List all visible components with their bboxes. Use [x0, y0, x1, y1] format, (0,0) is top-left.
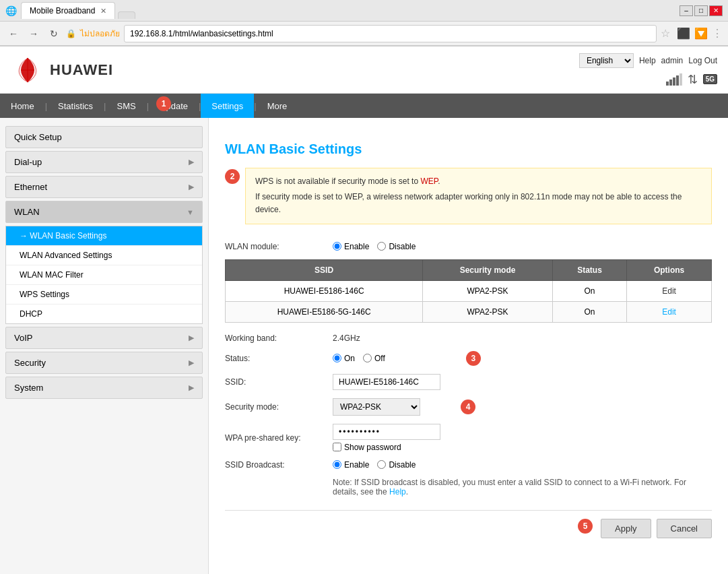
cancel-button[interactable]: Cancel	[657, 519, 712, 538]
extension-icon-2[interactable]: 🔽	[694, 27, 708, 40]
status-label: Status:	[225, 354, 333, 363]
nav-item-home[interactable]: Home	[0, 94, 45, 118]
table-cell-options-2: Edit	[627, 301, 712, 322]
security-mode-row: Security mode: WPA2-PSK WPA-PSK WEP None…	[225, 398, 712, 416]
sidebar-item-voip[interactable]: VoIP ▶	[5, 327, 203, 349]
warning-box: WPS is not available if security mode is…	[245, 168, 712, 224]
signal-icons: ⇅ 5G	[666, 72, 717, 87]
annotation-2: 2	[225, 169, 240, 184]
table-cell-security-1: WPA2-PSK	[423, 280, 553, 301]
warning-line2: If security mode is set to WEP, a wirele…	[255, 191, 702, 216]
wlan-chevron-icon: ▼	[187, 208, 194, 216]
nav-item-statistics[interactable]: Statistics	[47, 94, 104, 118]
sidebar-item-wlan[interactable]: WLAN ▼	[5, 201, 203, 223]
wlan-disable-option[interactable]: Disable	[377, 242, 416, 251]
show-password-label[interactable]: Show password	[333, 443, 440, 452]
browser-icon: 🌐	[5, 5, 17, 16]
annotation-3: 3	[466, 351, 481, 366]
refresh-button[interactable]: ↻	[46, 26, 62, 42]
table-header-ssid: SSID	[226, 259, 423, 280]
forward-button[interactable]: →	[26, 26, 42, 42]
sidebar-item-quick-setup[interactable]: Quick Setup	[5, 126, 203, 148]
sidebar: Quick Setup Dial-up ▶ Ethernet ▶ WLAN ▼ …	[0, 118, 209, 574]
nav-item-settings[interactable]: Settings	[201, 94, 254, 118]
logo: HUAWEI	[11, 57, 113, 84]
active-tab[interactable]: Mobile Broadband ✕	[21, 2, 115, 19]
note-help-link[interactable]: Help	[389, 487, 406, 497]
table-header-status: Status	[552, 259, 626, 280]
address-input[interactable]	[124, 25, 657, 42]
tab-title: Mobile Broadband	[30, 6, 95, 15]
warning-line1: WPS is not available if security mode is…	[255, 175, 702, 188]
admin-label: admin	[661, 56, 684, 65]
logout-link[interactable]: Log Out	[688, 56, 717, 65]
ssid-broadcast-disable-radio[interactable]	[377, 460, 386, 469]
security-mode-label: Security mode:	[225, 402, 333, 412]
nav-menu: Home | Statistics | SMS | Update | Setti…	[0, 94, 728, 118]
maximize-button[interactable]: □	[694, 5, 708, 16]
secure-text: ไม่ปลอดภัย	[80, 27, 120, 40]
language-select[interactable]: English 中文 Français	[579, 53, 634, 68]
security-mode-select[interactable]: WPA2-PSK WPA-PSK WEP None	[333, 398, 420, 416]
wpa-key-input[interactable]	[333, 424, 440, 440]
minimize-button[interactable]: –	[680, 5, 693, 16]
inactive-tab[interactable]	[118, 11, 135, 19]
ssid-broadcast-enable-radio[interactable]	[333, 460, 341, 469]
apply-button[interactable]: Apply	[601, 519, 651, 538]
sidebar-subitem-wps[interactable]: WPS Settings	[6, 285, 202, 305]
back-button[interactable]: ←	[5, 26, 22, 42]
window-controls: – □ ✕	[680, 5, 723, 16]
sidebar-subitem-wlan-basic[interactable]: → WLAN Basic Settings	[6, 226, 202, 246]
sidebar-item-dialup[interactable]: Dial-up ▶	[5, 151, 203, 173]
browser-chrome: 🌐 Mobile Broadband ✕ – □ ✕ ← → ↻ 🔒 ไม่ปล…	[0, 0, 728, 46]
annotation-5: 5	[578, 519, 593, 534]
status-off-option[interactable]: Off	[363, 354, 385, 363]
status-off-radio[interactable]	[363, 354, 372, 362]
nav-item-more[interactable]: More	[257, 94, 298, 118]
ssid-row: SSID:	[225, 374, 712, 390]
table-cell-ssid-1: HUAWEI-E5186-146C	[226, 280, 423, 301]
ssid-broadcast-disable-option[interactable]: Disable	[377, 460, 416, 470]
sidebar-subitem-wlan-mac[interactable]: WLAN MAC Filter	[6, 265, 202, 285]
close-button[interactable]: ✕	[709, 5, 723, 16]
settings-icon[interactable]: ⋮	[712, 27, 723, 40]
working-band-label: Working band:	[225, 333, 333, 343]
dialup-chevron-icon: ▶	[189, 158, 194, 166]
ssid-label: SSID:	[225, 377, 333, 387]
nav-item-sms[interactable]: SMS	[106, 94, 146, 118]
transfer-icon: ⇅	[688, 72, 698, 87]
ssid-broadcast-radio-group: Enable Disable	[333, 460, 416, 470]
wlan-enable-option[interactable]: Enable	[333, 242, 369, 251]
bookmark-icon[interactable]: ☆	[661, 27, 670, 40]
wpa-key-field-group: Show password	[333, 424, 440, 452]
sidebar-item-security[interactable]: Security ▶	[5, 352, 203, 374]
table-row: HUAWEI-E5186-146C WPA2-PSK On Edit	[226, 280, 712, 301]
wlan-enable-radio[interactable]	[333, 242, 341, 251]
sidebar-item-system[interactable]: System ▶	[5, 377, 203, 399]
tab-close-button[interactable]: ✕	[100, 7, 106, 15]
show-password-checkbox[interactable]	[333, 443, 341, 451]
ssid-broadcast-row: SSID Broadcast: Enable Disable	[225, 460, 712, 470]
extension-icon[interactable]: ⬛	[677, 27, 690, 40]
status-on-radio[interactable]	[333, 354, 341, 362]
wpa-key-row: WPA pre-shared key: Show password	[225, 424, 712, 452]
sidebar-item-ethernet[interactable]: Ethernet ▶	[5, 176, 203, 198]
help-link[interactable]: Help	[639, 56, 656, 65]
working-band-value: 2.4GHz	[333, 333, 360, 343]
annotation-4: 4	[461, 400, 475, 414]
status-on-option[interactable]: On	[333, 354, 355, 363]
edit-link-2[interactable]: Edit	[662, 307, 676, 317]
sidebar-subitem-dhcp[interactable]: DHCP	[6, 305, 202, 323]
address-bar: ← → ↻ 🔒 ไม่ปลอดภัย ☆ ⬛ 🔽 ⋮	[0, 22, 728, 46]
note-text: Note: If SSID broadcast is disabled, you…	[333, 478, 712, 497]
table-cell-status-1: On	[552, 280, 626, 301]
annotation-1: 1	[156, 96, 171, 111]
wlan-module-radio-group: Enable Disable	[333, 242, 416, 251]
wlan-disable-radio[interactable]	[377, 242, 386, 251]
main-content: 1 WLAN Basic Settings 2 WPS is not avail…	[209, 118, 728, 574]
title-bar: 🌐 Mobile Broadband ✕ – □ ✕	[0, 0, 728, 22]
ssid-input[interactable]	[333, 374, 440, 390]
edit-plain-1: Edit	[662, 286, 676, 296]
sidebar-subitem-wlan-advanced[interactable]: WLAN Advanced Settings	[6, 246, 202, 265]
ssid-broadcast-enable-option[interactable]: Enable	[333, 460, 369, 470]
